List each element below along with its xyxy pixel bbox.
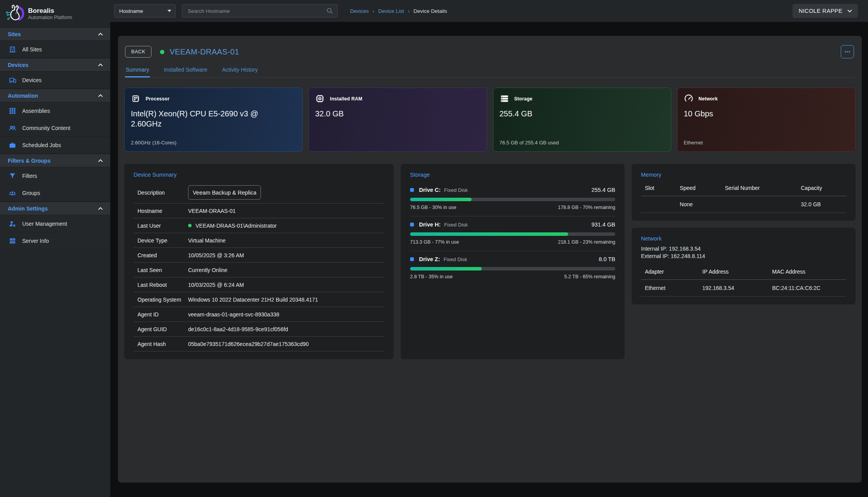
drive-usage-bar	[410, 267, 615, 270]
sidebar-item-server-info[interactable]: Server Info	[0, 232, 110, 249]
section-label: Sites	[8, 31, 21, 37]
groups-icon	[9, 189, 16, 197]
sidebar-item-filters[interactable]: Filters	[0, 167, 110, 184]
sidebar-section-admin-settings[interactable]: Admin Settings	[0, 202, 110, 215]
sidebar-item-user-management[interactable]: User Management	[0, 215, 110, 232]
chevron-up-icon	[98, 93, 103, 98]
sidebar-item-label: Community Content	[22, 125, 70, 131]
sidebar-item-community-content[interactable]: Community Content	[0, 119, 110, 137]
chevron-up-icon	[98, 32, 103, 37]
row-label: Created	[134, 252, 188, 258]
sidebar-item-label: Groups	[22, 190, 40, 196]
description-input[interactable]	[188, 185, 261, 200]
col-serial-number: Serial Number	[721, 185, 797, 191]
internal-ip: Internal IP: 192.168.3.54	[641, 246, 846, 252]
drive-name: Drive H:	[419, 221, 441, 228]
breadcrumb-device-details: Device Details	[414, 8, 447, 14]
more-actions-button[interactable]	[841, 45, 854, 58]
search-field-selected: Hostname	[119, 8, 143, 14]
row-label: Agent GUID	[134, 326, 188, 332]
breadcrumb-devices[interactable]: Devices	[350, 8, 369, 14]
search-box	[182, 4, 338, 18]
device-tabs: Summary Installed Software Activity Hist…	[124, 67, 856, 77]
sidebar-item-all-sites[interactable]: All Sites	[0, 41, 110, 58]
back-button[interactable]: BACK	[125, 46, 151, 58]
main-area: BACK VEEAM-DRAAS-01 Summary Installed So…	[110, 22, 868, 497]
breadcrumb-separator: ›	[373, 8, 374, 14]
sidebar-section-devices[interactable]: Devices	[0, 58, 110, 72]
search-field-select[interactable]: Hostname	[114, 4, 176, 18]
sidebar-item-groups[interactable]: Groups	[0, 184, 110, 202]
breadcrumb-device-list[interactable]: Device List	[378, 8, 404, 14]
panel-title: Memory	[641, 172, 846, 178]
gauge-icon	[684, 94, 694, 104]
drive-row-c: Drive C: Fixed Disk 255.4 GB 76.5 GB - 3…	[410, 182, 615, 216]
sidebar-section-sites[interactable]: Sites	[0, 27, 110, 41]
summary-row-created: Created 10/05/2025 @ 3:26 AM	[134, 248, 384, 263]
col-slot: Slot	[641, 185, 676, 191]
device-header: BACK VEEAM-DRAAS-01	[125, 45, 854, 58]
col-adapter: Adapter	[641, 269, 699, 275]
row-value: 05ba0e7935171d626ecea29b27d7ae175363cd90	[188, 341, 309, 347]
brand-name: Borealis	[28, 7, 72, 15]
row-value: Virtual Machine	[188, 237, 225, 244]
drive-type: Fixed Disk	[444, 256, 467, 262]
summary-row-agent-hash: Agent Hash 05ba0e7935171d626ecea29b27d7a…	[134, 337, 384, 351]
tab-activity-history[interactable]: Activity History	[222, 67, 258, 77]
user-menu[interactable]: NICOLE RAPPE	[792, 4, 858, 18]
sidebar-item-label: Server Info	[22, 238, 49, 244]
stat-card-value: 255.4 GB	[500, 109, 640, 119]
network-table-header: Adapter IP Address MAC Address	[641, 265, 846, 280]
summary-row-description: Description	[134, 182, 384, 204]
sidebar-item-devices[interactable]: Devices	[0, 72, 110, 89]
tab-summary[interactable]: Summary	[126, 67, 149, 77]
tab-installed-software[interactable]: Installed Software	[164, 67, 207, 77]
drive-type: Fixed Disk	[444, 222, 468, 228]
cell-mac-address: BC:24:11:CA:C6:2C	[768, 285, 846, 291]
sidebar-section-automation[interactable]: Automation	[0, 89, 110, 102]
row-label: Device Type	[134, 237, 188, 244]
stat-card-installed-ram: Installed RAM 32.0 GB	[308, 88, 487, 152]
ram-chip-icon	[315, 94, 325, 104]
cpu-icon	[131, 94, 141, 104]
right-column: Memory Slot Speed Serial Number Capacity…	[632, 164, 856, 304]
user-gear-icon	[9, 220, 16, 228]
col-ip-address: IP Address	[699, 269, 768, 275]
memory-table-row: None 32.0 GB	[641, 196, 846, 213]
panel-title: Network	[641, 235, 846, 242]
stat-card-label: Processor	[146, 96, 169, 102]
row-value: Windows 10 2022 Datacenter 21H2 Build 20…	[188, 297, 318, 303]
server-icon	[9, 237, 16, 245]
drive-bullet-icon	[410, 188, 414, 192]
col-speed: Speed	[676, 185, 721, 191]
brand-subtitle: Automation Platform	[28, 15, 72, 20]
section-label: Automation	[8, 93, 38, 99]
sidebar-item-label: Scheduled Jobs	[22, 142, 61, 148]
drive-free-text: 178.8 GB - 70% remaining	[558, 205, 615, 210]
row-label: Description	[134, 190, 188, 196]
building-icon	[9, 46, 16, 53]
breadcrumb: Devices › Device List › Device Details	[350, 8, 447, 14]
drive-row-z: Drive Z: Fixed Disk 8.0 TB 2.8 TB - 35% …	[410, 251, 615, 285]
sidebar-section-filters-groups[interactable]: Filters & Groups	[0, 154, 110, 167]
rabbit-logo-icon	[5, 4, 24, 23]
drive-size: 255.4 GB	[592, 187, 615, 193]
stat-card-sub: 76.5 GB of 255.4 GB used	[500, 140, 665, 146]
row-label: Operating System	[134, 297, 188, 303]
chevron-up-icon	[98, 206, 103, 211]
sidebar-item-assemblies[interactable]: Assemblies	[0, 102, 110, 119]
sidebar-item-scheduled-jobs[interactable]: Scheduled Jobs	[0, 137, 110, 154]
drive-free-text: 218.1 GB - 23% remaining	[558, 239, 615, 245]
drive-usage-bar	[410, 232, 615, 236]
drive-size: 931.4 GB	[592, 221, 615, 228]
row-label: Last Reboot	[134, 282, 188, 288]
cell-speed: None	[676, 201, 721, 207]
device-details-card: BACK VEEAM-DRAAS-01 Summary Installed So…	[118, 36, 862, 483]
drive-bullet-icon	[410, 223, 414, 227]
sidebar: Borealis Automation Platform Sites All S…	[0, 0, 110, 497]
chevron-up-icon	[98, 158, 103, 163]
stat-card-label: Installed RAM	[330, 96, 362, 102]
row-value: Currently Online	[188, 267, 227, 273]
drive-row-h: Drive H: Fixed Disk 931.4 GB 713.3 GB - …	[410, 216, 615, 251]
search-input[interactable]	[187, 8, 326, 14]
